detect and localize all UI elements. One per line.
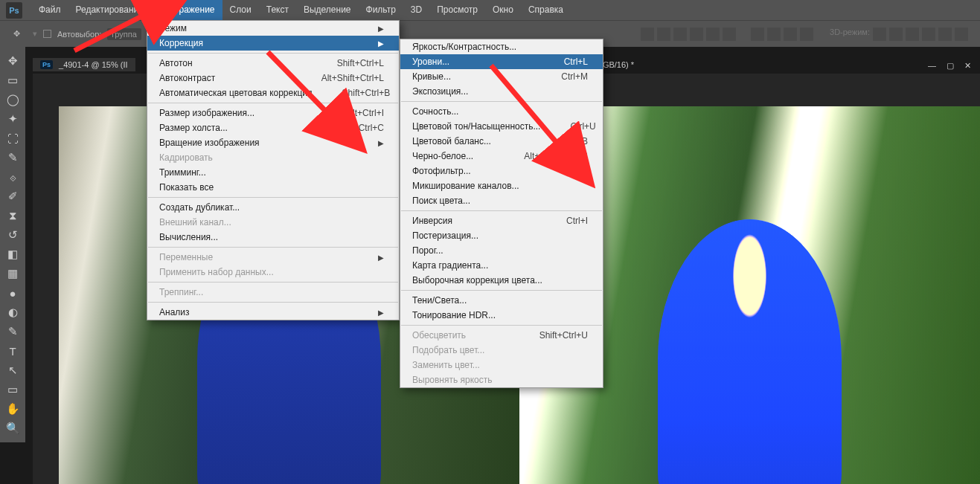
group-combo[interactable]: группа — [107, 28, 141, 40]
dodge-tool-icon[interactable]: ◐ — [1, 303, 24, 322]
dist-icon[interactable] — [800, 28, 813, 41]
healing-tool-icon[interactable]: ⟐ — [1, 167, 24, 187]
close-icon[interactable]: ✕ — [964, 61, 971, 71]
submenu-arrow-icon: ▶ — [378, 139, 384, 147]
menu-item[interactable]: Экспозиция... — [400, 84, 603, 99]
menu-item[interactable]: Карта градиента... — [400, 258, 603, 273]
dist-icon[interactable] — [784, 28, 797, 41]
dist-icon[interactable] — [767, 28, 781, 41]
menu-просмотр[interactable]: Просмотр — [429, 0, 485, 20]
menu-item[interactable]: Вычисления... — [147, 230, 399, 245]
menu-item[interactable]: Тени/Света... — [400, 293, 603, 308]
menu-item-label: Автотон — [159, 58, 193, 68]
menu-item[interactable]: Сочность... — [400, 104, 603, 119]
menu-item[interactable]: АвтотонShift+Ctrl+L — [147, 56, 399, 71]
menu-item-label: Тримминг... — [159, 167, 206, 178]
wand-tool-icon[interactable]: ✦ — [1, 109, 24, 129]
3d-icon[interactable] — [955, 28, 968, 41]
menu-item[interactable]: Фотофильтр... — [400, 164, 603, 178]
align-icon[interactable] — [641, 28, 654, 41]
menu-separator — [148, 197, 398, 198]
menu-item[interactable]: Анализ▶ — [147, 305, 399, 320]
menu-3d[interactable]: 3D — [403, 0, 429, 20]
menu-редактирование[interactable]: Редактирование — [68, 0, 151, 20]
pen-tool-icon[interactable]: ✎ — [1, 322, 24, 341]
autoselect-checkbox[interactable] — [43, 30, 51, 38]
type-tool-icon[interactable]: T — [1, 341, 24, 361]
blur-tool-icon[interactable]: ● — [1, 283, 24, 303]
menu-item[interactable]: Тонирование HDR... — [400, 308, 603, 323]
3d-icon[interactable] — [873, 28, 886, 41]
menu-item[interactable]: Режим▶ — [147, 21, 399, 36]
menu-item[interactable]: Кривые...Ctrl+M — [400, 69, 603, 84]
marquee-tool-icon[interactable]: ▭ — [1, 71, 24, 90]
move-tool-icon[interactable]: ✥ — [6, 24, 27, 45]
maximize-icon[interactable]: ▢ — [947, 61, 954, 71]
autoselect-label: Автовыбор: — [57, 30, 101, 39]
menu-item[interactable]: Вращение изображения▶ — [147, 135, 399, 150]
menu-текст[interactable]: Текст — [259, 0, 296, 20]
menu-выделение[interactable]: Выделение — [296, 0, 359, 20]
menu-справка[interactable]: Справка — [521, 0, 571, 20]
menu-item[interactable]: Показать все — [147, 180, 399, 195]
zoom-tool-icon[interactable]: 🔍 — [1, 419, 24, 438]
history-brush-icon[interactable]: ↺ — [1, 225, 24, 245]
brush-tool-icon[interactable]: ✐ — [1, 187, 24, 206]
align-icon[interactable] — [673, 28, 687, 41]
menu-item[interactable]: Размер холста...Alt+Ctrl+C — [147, 120, 399, 135]
align-icon[interactable] — [723, 28, 736, 41]
lasso-tool-icon[interactable]: ◯ — [1, 90, 24, 109]
alignment-icons: 3D-режим: — [641, 28, 968, 41]
menu-item[interactable]: Черно-белое...Alt+Shift+Ctrl+B — [400, 149, 603, 164]
menu-item[interactable]: Автоматическая цветовая коррекцияShift+C… — [147, 85, 399, 100]
hand-tool-icon[interactable]: ✋ — [1, 399, 24, 419]
menu-item: Заменить цвет... — [400, 358, 603, 372]
stamp-tool-icon[interactable]: ⧗ — [1, 206, 24, 225]
align-icon[interactable] — [706, 28, 720, 41]
crop-tool-icon[interactable]: ⛶ — [1, 129, 24, 148]
menu-item[interactable]: Микширование каналов... — [400, 178, 603, 193]
dist-icon[interactable] — [751, 28, 764, 41]
shape-tool-icon[interactable]: ▭ — [1, 380, 24, 399]
menu-item[interactable]: Тримминг... — [147, 165, 399, 180]
menu-item[interactable]: Коррекция▶ — [147, 36, 399, 51]
menu-item-label: Подобрать цвет... — [412, 345, 484, 355]
menu-separator — [401, 210, 602, 211]
menu-shortcut: Ctrl+U — [570, 121, 595, 132]
3d-icon[interactable] — [922, 28, 935, 41]
path-tool-icon[interactable]: ↖ — [1, 361, 24, 380]
menu-item[interactable]: Уровни...Ctrl+L — [400, 54, 603, 69]
minimize-icon[interactable]: — — [928, 61, 936, 71]
align-icon[interactable] — [657, 28, 670, 41]
menu-item-label: Переменные — [159, 252, 213, 262]
document-tab[interactable]: Ps _4901-4 @ 15% (II — [33, 58, 135, 71]
menu-item[interactable]: Цветовой тон/Насыщенность...Ctrl+U — [400, 119, 603, 134]
menu-item-label: Показать все — [159, 182, 214, 193]
menu-файл[interactable]: Файл — [31, 0, 68, 20]
menu-item[interactable]: Выборочная коррекция цвета... — [400, 273, 603, 288]
menu-item[interactable]: Постеризация... — [400, 228, 603, 243]
menu-item[interactable]: Яркость/Контрастность... — [400, 39, 603, 54]
gradient-tool-icon[interactable]: ▦ — [1, 264, 24, 283]
menu-item[interactable]: Размер изображения...Alt+Ctrl+I — [147, 106, 399, 120]
menu-item[interactable]: Поиск цвета... — [400, 193, 603, 208]
menu-item[interactable]: Создать дубликат... — [147, 200, 399, 215]
move-tool-icon[interactable]: ✥ — [1, 51, 24, 71]
3d-icon[interactable] — [938, 28, 952, 41]
menu-окно[interactable]: Окно — [485, 0, 521, 20]
menu-item-label: Заменить цвет... — [412, 360, 480, 370]
menu-item[interactable]: ИнверсияCtrl+I — [400, 213, 603, 228]
3d-icon[interactable] — [889, 28, 903, 41]
menu-item[interactable]: АвтоконтрастAlt+Shift+Ctrl+L — [147, 71, 399, 85]
align-icon[interactable] — [690, 28, 703, 41]
menu-item[interactable]: Порог... — [400, 243, 603, 258]
menu-фильтр[interactable]: Фильтр — [359, 0, 403, 20]
menu-слои[interactable]: Слои — [222, 0, 259, 20]
menu-изображение[interactable]: Изображение — [151, 0, 222, 20]
eraser-tool-icon[interactable]: ◧ — [1, 245, 24, 264]
menu-item-label: Инверсия — [412, 216, 452, 226]
menu-item[interactable]: Цветовой баланс...Ctrl+B — [400, 134, 603, 149]
3d-icon[interactable] — [906, 28, 919, 41]
eyedropper-tool-icon[interactable]: ✎ — [1, 148, 24, 167]
menu-shortcut: Alt+Ctrl+C — [343, 123, 384, 133]
